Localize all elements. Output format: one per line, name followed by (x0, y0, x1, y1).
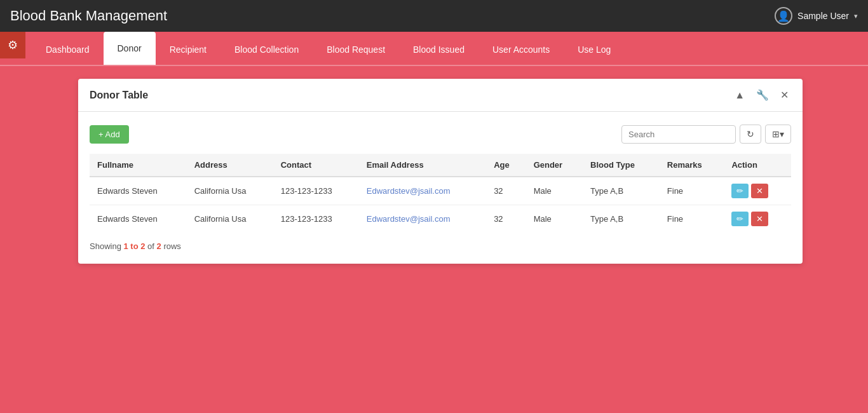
col-age: Age (486, 154, 526, 177)
table-row: Edwards Steven California Usa 123-123-12… (90, 177, 791, 205)
table-row: Edwards Steven California Usa 123-123-12… (90, 205, 791, 233)
username-label: Sample User (797, 11, 849, 21)
cell-address: California Usa (187, 177, 273, 205)
add-button[interactable]: + Add (90, 125, 129, 144)
tab-donor[interactable]: Donor (104, 32, 156, 65)
cell-blood-type: Type A,B (583, 205, 660, 233)
col-blood-type: Blood Type (583, 154, 660, 177)
columns-chevron-icon: ▾ (780, 129, 784, 139)
nav-tabs: Dashboard Donor Recipient Blood Collecti… (0, 32, 868, 66)
donor-table-card: Donor Table ▲ 🔧 ✕ + Add ↻ ⊞ ▾ (78, 79, 803, 264)
tab-blood-issued[interactable]: Blood Issued (399, 33, 478, 65)
cell-blood-type: Type A,B (583, 177, 660, 205)
cell-gender: Male (526, 177, 583, 205)
cell-gender: Male (526, 205, 583, 233)
card-title: Donor Table (90, 90, 148, 101)
cell-email: Edwardstev@jsail.com (359, 205, 486, 233)
cell-email: Edwardstev@jsail.com (359, 177, 486, 205)
footer-range: 1 to 2 (123, 241, 145, 251)
columns-icon: ⊞ (772, 129, 780, 139)
table-footer: Showing 1 to 2 of 2 rows (90, 233, 791, 251)
tab-dashboard[interactable]: Dashboard (32, 33, 104, 65)
cell-remarks: Fine (660, 177, 724, 205)
card-header: Donor Table ▲ 🔧 ✕ (78, 79, 803, 112)
action-buttons: ✏ ✕ (731, 184, 783, 198)
chevron-down-icon: ▾ (854, 12, 858, 20)
tab-user-accounts[interactable]: User Accounts (478, 33, 564, 65)
cell-contact: 123-123-1233 (273, 177, 359, 205)
toolbar-row: + Add ↻ ⊞ ▾ (90, 125, 791, 144)
search-input[interactable] (621, 125, 736, 144)
app-title: Blood Bank Management (10, 8, 167, 24)
email-link[interactable]: Edwardstev@jsail.com (367, 214, 451, 224)
col-gender: Gender (526, 154, 583, 177)
col-fullname: Fullname (90, 154, 187, 177)
refresh-button[interactable]: ↻ (740, 125, 761, 144)
col-remarks: Remarks (660, 154, 724, 177)
tab-blood-request[interactable]: Blood Request (313, 33, 399, 65)
delete-button[interactable]: ✕ (751, 184, 768, 198)
col-email: Email Address (359, 154, 486, 177)
cell-age: 32 (486, 177, 526, 205)
columns-toggle-button[interactable]: ⊞ ▾ (765, 125, 791, 144)
email-link[interactable]: Edwardstev@jsail.com (367, 186, 451, 196)
footer-text-rows: rows (161, 241, 181, 251)
cell-address: California Usa (187, 205, 273, 233)
cell-age: 32 (486, 205, 526, 233)
close-button[interactable]: ✕ (778, 88, 791, 102)
cell-remarks: Fine (660, 205, 724, 233)
cell-fullname: Edwards Steven (90, 205, 187, 233)
cell-fullname: Edwards Steven (90, 177, 187, 205)
tab-recipient[interactable]: Recipient (156, 33, 220, 65)
table-header-row: Fullname Address Contact Email Address A… (90, 154, 791, 177)
edit-button[interactable]: ✏ (731, 184, 749, 198)
toolbar-right: ↻ ⊞ ▾ (621, 125, 791, 144)
topbar: Blood Bank Management 👤 Sample User ▾ (0, 0, 868, 32)
edit-button[interactable]: ✏ (731, 212, 749, 226)
col-action: Action (724, 154, 791, 177)
user-menu[interactable]: 👤 Sample User ▾ (775, 7, 858, 25)
donor-table: Fullname Address Contact Email Address A… (90, 154, 791, 233)
tab-use-log[interactable]: Use Log (564, 33, 625, 65)
footer-text-showing: Showing (90, 241, 123, 251)
cell-action: ✏ ✕ (724, 177, 791, 205)
user-avatar-icon: 👤 (775, 7, 792, 25)
col-contact: Contact (273, 154, 359, 177)
card-action-buttons: ▲ 🔧 ✕ (732, 88, 791, 102)
footer-total: 2 (157, 241, 161, 251)
main-content: Donor Table ▲ 🔧 ✕ + Add ↻ ⊞ ▾ (0, 66, 868, 283)
collapse-button[interactable]: ▲ (732, 88, 747, 102)
cell-contact: 123-123-1233 (273, 205, 359, 233)
settings-button[interactable]: 🔧 (754, 88, 771, 102)
card-body: + Add ↻ ⊞ ▾ Fullname Address Contact (78, 112, 803, 264)
cell-action: ✏ ✕ (724, 205, 791, 233)
gear-icon: ⚙ (8, 38, 18, 52)
action-buttons: ✏ ✕ (731, 212, 783, 226)
delete-button[interactable]: ✕ (751, 212, 768, 226)
settings-sidebar-button[interactable]: ⚙ (0, 32, 25, 58)
col-address: Address (187, 154, 273, 177)
tab-blood-collection[interactable]: Blood Collection (220, 33, 313, 65)
footer-text-of: of (145, 241, 156, 251)
